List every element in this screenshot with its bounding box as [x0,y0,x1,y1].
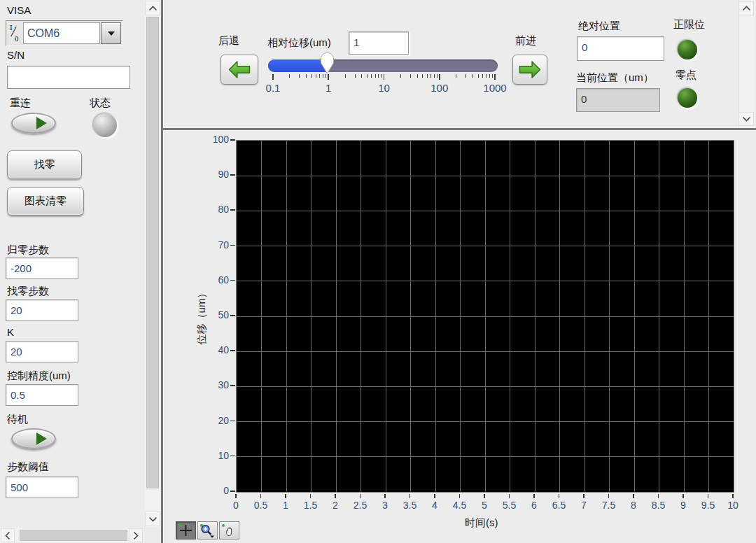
sidebar-pane: VISA I 0 COM6 S/N 重连 状态 找零 图表清零 归零步数 -20… [0,0,144,527]
slider-minor-tick [400,74,401,78]
y-tick-label: 40 [192,344,229,355]
x-tick-label: 8.5 [643,500,674,511]
x-tick [533,494,534,498]
y-tick [230,209,235,211]
visa-combo-value[interactable]: COM6 [23,22,100,44]
x-tick-label: 2.5 [345,500,376,511]
io-icon-top: I [10,23,13,31]
x-tick [459,494,460,498]
standby-label: 待机 [7,413,28,426]
y-tick [230,350,235,351]
slider-minor-tick [367,74,368,78]
x-tick [310,494,311,498]
scroll-up-button[interactable] [738,1,754,15]
slider-minor-tick [326,74,326,78]
x-tick-label: 4 [419,500,450,511]
play-arrow-icon [36,117,47,129]
y-tick [230,385,235,386]
gridline-horizontal [237,421,734,422]
pane-splitter-horizontal[interactable] [163,128,756,130]
step-threshold-input[interactable]: 500 [6,477,78,498]
status-led [93,113,117,137]
slider-minor-tick [472,74,473,78]
k-input[interactable]: 20 [6,341,78,362]
sn-input[interactable] [7,66,130,89]
slider-minor-tick [410,74,411,78]
x-tick-label: 8 [618,500,649,511]
sidebar-vscroll-thumb[interactable] [146,17,159,488]
slider-major-tick [328,74,329,80]
relative-displacement-input[interactable]: 1 [349,31,409,55]
waveform-chart-plot [236,140,734,493]
graph-tool-pan-button[interactable] [219,521,239,540]
scroll-up-button[interactable] [145,1,160,15]
current-position-label: 当前位置（um） [576,71,654,85]
visa-combo[interactable]: I 0 COM6 [6,20,123,46]
reconnect-toggle[interactable] [11,113,56,134]
visa-combo-dropdown-button[interactable] [101,22,121,44]
x-tick [260,494,261,498]
labview-front-panel: VISA I 0 COM6 S/N 重连 状态 找零 图表清零 归零步数 -20… [0,0,756,543]
zero-steps-label: 归零步数 [7,244,49,257]
y-tick-label: 10 [192,450,229,461]
scroll-left-button[interactable] [1,528,15,542]
slider-minor-tick [378,74,379,78]
y-tick-label: 60 [192,274,229,285]
x-tick-label: 4.5 [444,500,475,511]
x-tick [608,494,609,498]
x-tick-label: 2 [320,500,351,511]
chart-clear-button[interactable]: 图表清零 [7,187,84,216]
find-zero-steps-input[interactable]: 20 [6,299,78,321]
slider-minor-tick [478,74,479,78]
slider-minor-tick [486,74,486,78]
slider-scale-label: 1 [309,82,348,94]
slider-thumb[interactable] [319,52,335,76]
slider-minor-tick [434,74,435,78]
sn-label: S/N [7,49,24,61]
slider-minor-tick [345,74,346,78]
scroll-down-button[interactable] [738,112,754,126]
x-tick [384,494,385,498]
zero-point-led [678,88,697,108]
zero-steps-input[interactable]: -200 [6,258,78,279]
back-button[interactable] [220,55,258,85]
x-tick-label: 7.5 [594,500,624,511]
absolute-position-input[interactable]: 0 [577,36,664,61]
gridline-horizontal [237,176,734,176]
x-tick [708,494,708,498]
gridline-horizontal [237,246,734,246]
arrow-left-icon [227,59,252,80]
scroll-down-button[interactable] [145,512,160,526]
tool-active-dot [222,524,225,527]
y-tick [230,174,235,176]
slider-scale: 0.11101001000 [268,74,500,99]
relative-displacement-slider[interactable] [268,59,498,72]
back-label: 后退 [218,34,239,48]
find-zero-button[interactable]: 找零 [7,150,82,179]
slider-minor-tick [427,74,428,78]
k-label: K [7,326,14,338]
top-pane-vscrollbar[interactable] [738,0,755,128]
forward-button[interactable] [512,55,547,85]
scroll-right-button[interactable] [129,528,143,542]
x-tick [410,494,410,498]
status-label: 状态 [90,97,111,110]
visa-label: VISA [7,4,31,16]
x-tick [484,494,484,498]
slider-scale-label: 0.1 [253,82,293,94]
slider-minor-tick [489,74,490,78]
standby-toggle[interactable] [11,428,56,449]
slider-minor-tick [319,74,320,78]
graph-tool-zoom-button[interactable] [197,521,218,540]
x-tick [583,494,584,498]
chevron-down-icon [742,116,751,122]
sidebar-hscroll-thumb[interactable] [20,530,127,541]
y-axis-title: 位移（um） [195,288,209,345]
y-tick [230,456,235,457]
control-precision-input[interactable]: 0.5 [6,384,78,406]
gridline-horizontal [237,386,734,387]
forward-label: 前进 [515,34,536,48]
slider-minor-tick [482,74,483,78]
y-tick [230,139,235,141]
graph-tool-crosshair-button[interactable] [176,521,196,540]
